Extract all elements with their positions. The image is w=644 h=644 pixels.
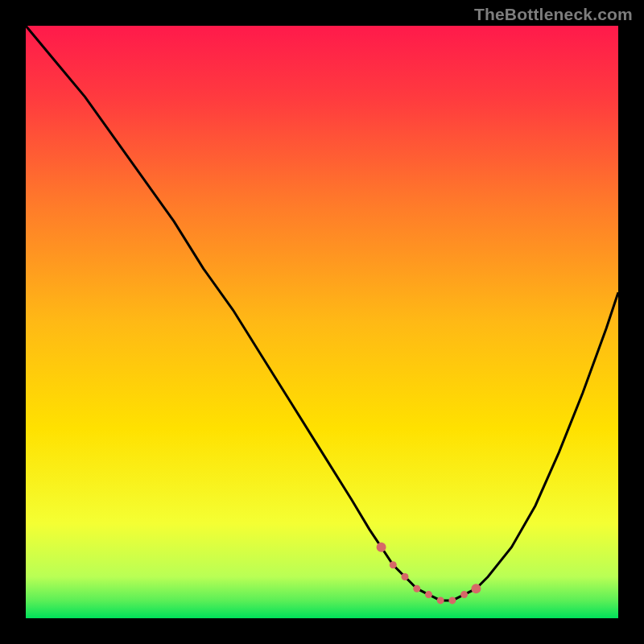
sweet-spot-dot [448,597,456,604]
watermark-text: TheBottleneck.com [474,5,633,24]
sweet-spot-dot [425,591,432,598]
sweet-spot-dot [471,584,481,593]
gradient-background [26,26,618,618]
chart-container: TheBottleneck.com [0,0,644,644]
sweet-spot-dot [437,597,444,604]
sweet-spot-dot [413,585,420,592]
sweet-spot-dot [402,573,409,580]
bottleneck-chart [0,0,644,644]
sweet-spot-dot [460,591,468,598]
sweet-spot-dot [390,561,397,568]
sweet-spot-dot [377,543,386,552]
